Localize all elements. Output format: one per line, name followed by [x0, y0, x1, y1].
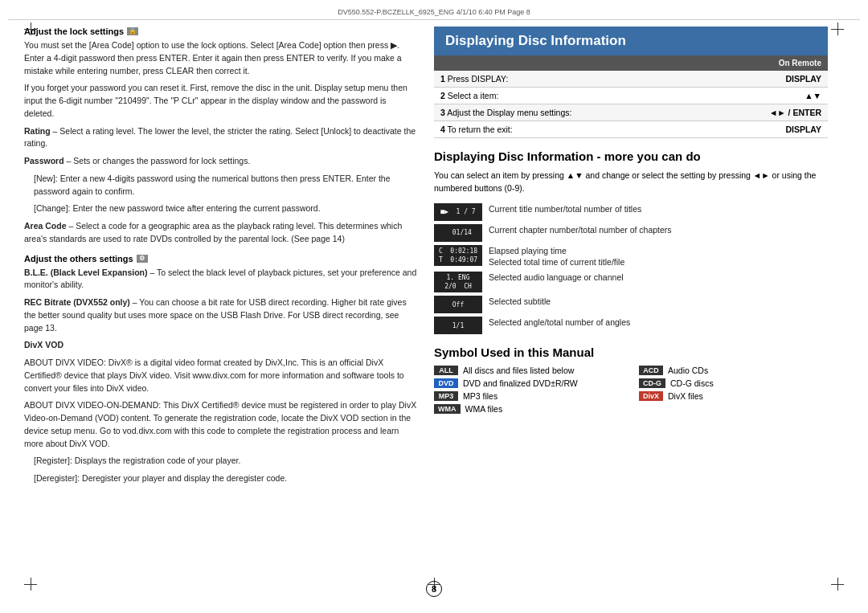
display-item: OffSelected subtitle: [434, 296, 828, 313]
symbol-grid: ALLAll discs and files listed belowACDAu…: [434, 366, 828, 414]
symbol-badge: DVD: [434, 378, 458, 388]
display-item-icon: Off: [434, 296, 482, 313]
crosshair-top-left: [24, 22, 37, 35]
display-item-icon: 1/1: [434, 317, 482, 334]
disc-info-table: On Remote 1 Press DISPLAY: DISPLAY 2 Sel…: [434, 55, 828, 138]
password-term: Password: [24, 156, 64, 166]
divx-deregister: [Deregister]: Deregister your player and…: [24, 472, 418, 485]
header-line: DV550.552-P.BCZELLK_6925_ENG 4/1/10 6:40…: [8, 8, 860, 20]
right-column: Displaying Disc Information On Remote 1 …: [434, 27, 828, 490]
symbol-title: Symbol Used in this Manual: [434, 345, 828, 359]
table-cell-remote: DISPLAY: [710, 71, 828, 88]
divx-register: [Register]: Displays the registration co…: [24, 455, 418, 468]
rec-bitrate-item: REC Bitrate (DVX552 only) – You can choo…: [24, 296, 418, 334]
symbol-text: MP3 files: [463, 391, 497, 401]
page-container: DV550.552-P.BCZELLK_6925_ENG 4/1/10 6:40…: [0, 0, 868, 613]
others-settings-icon: ⚙: [137, 255, 148, 263]
password-new: [New]: Enter a new 4-digits password usi…: [24, 173, 418, 198]
table-header-remote: On Remote: [710, 55, 828, 71]
table-row: 3 Adjust the Display menu settings: ◄► /…: [434, 104, 828, 121]
crosshair-top-right: [831, 22, 844, 35]
display-item-text: Selected subtitle: [489, 296, 551, 308]
display-item: 1. ENG 2/0 CHSelected audio language or …: [434, 272, 828, 292]
page-number: 8: [426, 581, 442, 597]
two-column-layout: Adjust the lock settings 🔒 You must set …: [8, 27, 860, 490]
symbol-text: DivX files: [668, 391, 703, 401]
table-cell-step: 1 Press DISPLAY:: [434, 71, 710, 88]
divx-vod-term: DivX VOD: [24, 340, 63, 349]
divx-para2: ABOUT DIVX VIDEO-ON-DEMAND: This DivX Ce…: [24, 399, 418, 450]
display-item: 1/1Selected angle/total number of angles: [434, 317, 828, 334]
left-column: Adjust the lock settings 🔒 You must set …: [24, 27, 418, 490]
symbol-text: WMA files: [465, 404, 503, 414]
table-cell-step: 2 Select a item:: [434, 88, 710, 104]
display-item: ■▶ 1 / 7Current title number/total numbe…: [434, 203, 828, 221]
symbol-badge: WMA: [434, 404, 461, 414]
table-cell-remote: ◄► / ENTER: [710, 104, 828, 121]
area-code-item: Area Code – Select a code for a geograph…: [24, 220, 418, 246]
symbol-badge: MP3: [434, 391, 458, 401]
ble-term: B.L.E. (Black Level Expansion): [24, 268, 147, 277]
table-cell-step: 3 Adjust the Display menu settings:: [434, 104, 710, 121]
password-item: Password – Sets or changes the password …: [24, 155, 418, 168]
table-row: 2 Select a item: ▲▼: [434, 88, 828, 104]
ble-item: B.L.E. (Black Level Expansion) – To sele…: [24, 267, 418, 292]
more-title: Displaying Disc Information - more you c…: [434, 149, 828, 163]
display-item-icon: 01/14: [434, 224, 482, 242]
display-items: ■▶ 1 / 7Current title number/total numbe…: [434, 203, 828, 335]
display-item-icon: 1. ENG 2/0 CH: [434, 272, 482, 292]
display-item-icon: C 0:02:18 T 0:49:07: [434, 245, 482, 266]
symbol-badge: ACD: [639, 366, 663, 375]
table-row: 4 To return the exit: DISPLAY: [434, 121, 828, 138]
symbol-row: MP3MP3 files: [434, 391, 623, 401]
divx-vod-term-row: DivX VOD: [24, 339, 418, 352]
display-item-icon: ■▶ 1 / 7: [434, 203, 482, 221]
rating-term: Rating: [24, 126, 51, 136]
symbol-badge: ALL: [434, 366, 458, 375]
table-cell-step: 4 To return the exit:: [434, 121, 710, 138]
display-item-text: Selected angle/total number of angles: [489, 317, 630, 329]
rating-item: Rating – Select a rating level. The lowe…: [24, 125, 418, 151]
symbol-row: ALLAll discs and files listed below: [434, 366, 623, 375]
symbol-text: CD-G discs: [670, 378, 714, 388]
symbol-row: DivXDivX files: [639, 391, 828, 401]
others-settings-label: Adjust the others settings: [24, 254, 133, 264]
more-body: You can select an item by pressing ▲▼ an…: [434, 170, 828, 195]
others-settings-title: Adjust the others settings ⚙: [24, 254, 418, 264]
symbol-row: DVDDVD and finalized DVD±R/RW: [434, 378, 623, 388]
lock-settings-para2: If you forget your password you can rese…: [24, 82, 418, 120]
rec-bitrate-term: REC Bitrate (DVX552 only): [24, 297, 130, 307]
symbol-badge: CD-G: [639, 378, 665, 388]
symbol-row: WMAWMA files: [434, 404, 623, 414]
symbol-row: ACDAudio CDs: [639, 366, 828, 375]
lock-settings-icon: 🔒: [127, 27, 138, 35]
symbol-row: CD-GCD-G discs: [639, 378, 828, 388]
display-item: 01/14Current chapter number/total number…: [434, 224, 828, 242]
display-item-text: Selected audio language or channel: [489, 272, 624, 284]
display-item-text: Current title number/total number of tit…: [489, 203, 641, 215]
table-cell-remote: DISPLAY: [710, 121, 828, 138]
display-item-text: Elapsed playing time Selected total time…: [489, 245, 624, 268]
lock-settings-label: Adjust the lock settings: [24, 27, 124, 36]
display-item: C 0:02:18 T 0:49:07Elapsed playing time …: [434, 245, 828, 268]
divx-para1: ABOUT DIVX VIDEO: DivX® is a digital vid…: [24, 357, 418, 394]
area-code-term: Area Code: [24, 221, 67, 231]
symbol-badge: DivX: [639, 391, 663, 401]
table-cell-remote: ▲▼: [710, 88, 828, 104]
disc-info-header: Displaying Disc Information: [434, 27, 828, 55]
crosshair-bottom-left: [24, 578, 37, 591]
table-row: 1 Press DISPLAY: DISPLAY: [434, 71, 828, 88]
lock-settings-title: Adjust the lock settings 🔒: [24, 27, 418, 36]
symbol-text: All discs and files listed below: [463, 366, 574, 375]
symbol-text: Audio CDs: [668, 366, 708, 375]
symbol-text: DVD and finalized DVD±R/RW: [463, 378, 578, 388]
crosshair-bottom-right: [831, 578, 844, 591]
lock-settings-para1: You must set the [Area Code] option to u…: [24, 39, 418, 77]
table-header-step: [434, 55, 710, 71]
password-change: [Change]: Enter the new password twice a…: [24, 202, 418, 215]
display-item-text: Current chapter number/total number of c…: [489, 224, 672, 236]
